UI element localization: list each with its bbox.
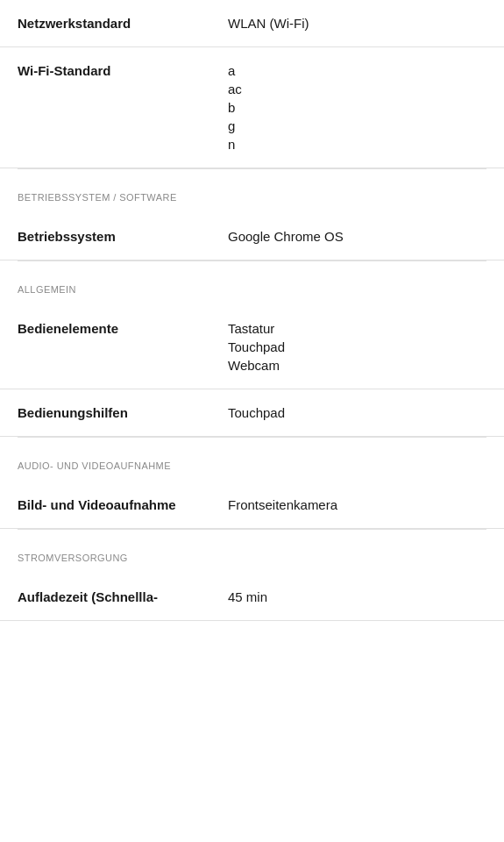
value-line: a [228,63,486,78]
spec-label: Betriebssystem [18,229,228,244]
value-line: Webcam [228,358,486,373]
spec-value: Frontseitenkamera [228,497,486,512]
spec-value: WLAN (Wi-Fi) [228,16,486,31]
section-header: ALLGEMEIN [0,261,504,305]
section-header: BETRIEBSSYSTEM / SOFTWARE [0,169,504,213]
section-header-text: BETRIEBSSYSTEM / SOFTWARE [18,192,177,203]
value-line: Touchpad [228,339,486,354]
spec-value: TastaturTouchpadWebcam [228,321,486,373]
section-header-text: ALLGEMEIN [18,284,76,295]
value-line: Frontseitenkamera [228,497,486,512]
spec-value: 45 min [228,589,486,604]
value-line: Touchpad [228,405,486,420]
spec-value: Google Chrome OS [228,229,486,244]
value-line: 45 min [228,589,486,604]
value-line: WLAN (Wi-Fi) [228,16,486,31]
section-header: AUDIO- UND VIDEOAUFNAHME [0,438,504,482]
value-line: ac [228,82,486,96]
spec-value: Touchpad [228,405,486,420]
spec-row: BedienelementeTastaturTouchpadWebcam [0,305,504,389]
section-header-text: AUDIO- UND VIDEOAUFNAHME [18,460,171,471]
value-line: Google Chrome OS [228,229,486,244]
spec-label: Aufladezeit (Schnellla- [18,589,228,604]
spec-label: Bedienungshilfen [18,405,228,420]
spec-label: Bild- und Videoaufnahme [18,497,228,512]
spec-table: NetzwerkstandardWLAN (Wi-Fi)Wi-Fi-Standa… [0,0,504,621]
value-line: Tastatur [228,321,486,336]
section-header: STROMVERSORGUNG [0,530,504,574]
value-line: b [228,100,486,115]
section-header-text: STROMVERSORGUNG [18,553,128,563]
value-line: g [228,118,486,133]
spec-label: Wi-Fi-Standard [18,63,228,78]
spec-row: Aufladezeit (Schnellla-45 min [0,574,504,621]
spec-label: Netzwerkstandard [18,16,228,31]
spec-row: Bild- und VideoaufnahmeFrontseitenkamera [0,482,504,529]
spec-row: NetzwerkstandardWLAN (Wi-Fi) [0,0,504,47]
spec-label: Bedienelemente [18,321,228,336]
spec-row: BedienungshilfenTouchpad [0,389,504,437]
value-line: n [228,137,486,152]
spec-value: aacbgn [228,63,486,152]
spec-row: BetriebssystemGoogle Chrome OS [0,213,504,260]
spec-row: Wi-Fi-Standardaacbgn [0,47,504,168]
